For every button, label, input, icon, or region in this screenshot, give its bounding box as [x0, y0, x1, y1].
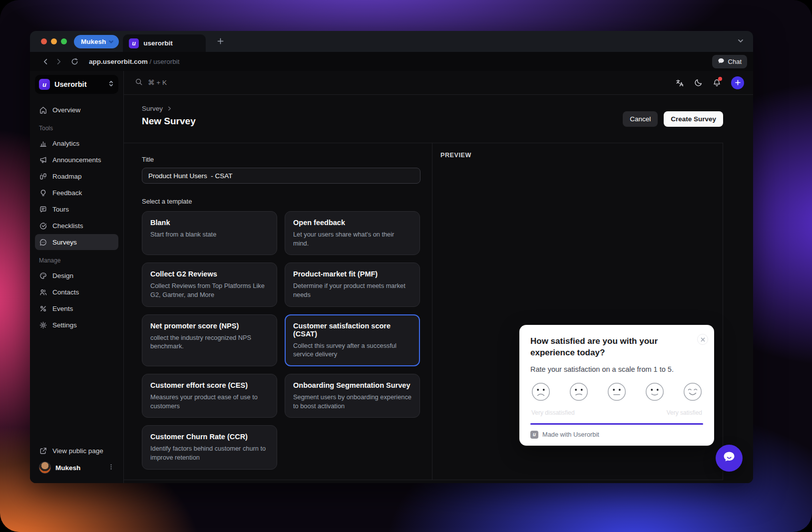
sidebar-item-roadmap[interactable]: Roadmap: [35, 168, 118, 184]
user-account-row[interactable]: Mukesh: [35, 459, 118, 476]
template-card-onboarding-segmentation[interactable]: Onboarding Segmentation Survey Segment u…: [285, 374, 420, 418]
address-url[interactable]: app.userorbit.com / userorbit: [89, 58, 180, 65]
sidebar-item-label: Feedback: [52, 189, 82, 197]
template-card-pmf[interactable]: Product-market fit (PMF) Determine if yo…: [285, 263, 420, 306]
rating-face-very-satisfied[interactable]: [683, 382, 702, 401]
title-label: Title: [142, 156, 420, 163]
made-with-label: Made with Userorbit: [542, 431, 599, 438]
new-tab-button[interactable]: [217, 37, 224, 47]
template-card-csat-selected[interactable]: Customer satisfaction score (CSAT) Colle…: [285, 314, 420, 366]
template-card-ccr[interactable]: Customer Churn Rate (CCR) Identify facto…: [142, 425, 277, 469]
template-desc: Segment users by onboarding experience t…: [293, 393, 411, 410]
sidebar-item-label: Events: [52, 305, 73, 312]
browser-tab-userorbit[interactable]: u userorbit: [123, 34, 206, 52]
made-with-userorbit[interactable]: u Made with Userorbit: [530, 431, 703, 439]
sidebar-item-label: Tours: [52, 206, 69, 213]
template-name: Onboarding Segmentation Survey: [293, 381, 411, 389]
global-search[interactable]: [135, 78, 665, 88]
notification-badge: [718, 77, 722, 81]
template-card-open-feedback[interactable]: Open feedback Let your users share what'…: [285, 211, 420, 255]
breadcrumb[interactable]: Survey: [142, 105, 196, 112]
tab-favicon: u: [129, 38, 139, 48]
zoom-window-button[interactable]: [61, 38, 67, 44]
sidebar-section-tools: Tools: [39, 125, 118, 132]
chat-button-label: Chat: [728, 58, 742, 65]
rating-face-neutral[interactable]: [607, 382, 626, 401]
translate-icon[interactable]: [675, 78, 684, 87]
survey-progress-bar: [530, 423, 703, 425]
template-card-g2-reviews[interactable]: Collect G2 Reviews Collect Reviews from …: [142, 263, 277, 306]
sidebar-item-settings[interactable]: Settings: [35, 317, 118, 333]
close-icon[interactable]: [697, 334, 708, 345]
tab-overflow-chevron-icon[interactable]: [737, 37, 744, 46]
rating-face-satisfied[interactable]: [645, 382, 664, 401]
userorbit-app: u Userorbit Overview Tools: [30, 71, 753, 483]
kanban-icon: [39, 172, 47, 181]
survey-subtitle: Rate your satisfaction on a scale from 1…: [530, 365, 703, 373]
chat-smile-icon: [722, 450, 737, 467]
notifications-bell-icon[interactable]: [713, 78, 721, 87]
sidebar: u Userorbit Overview Tools: [30, 71, 124, 483]
support-chat-fab[interactable]: [716, 445, 743, 472]
sidebar-item-tours[interactable]: Tours: [35, 201, 118, 217]
survey-preview-widget: How satisfied are you with your experien…: [519, 325, 714, 446]
view-public-page-label: View public page: [52, 447, 103, 455]
rating-face-dissatisfied[interactable]: [569, 382, 588, 401]
sidebar-item-checklists[interactable]: Checklists: [35, 218, 118, 234]
survey-title-input[interactable]: [142, 168, 420, 184]
sidebar-item-label: Contacts: [52, 288, 79, 296]
sidebar-item-label: Roadmap: [52, 173, 82, 180]
template-card-nps[interactable]: Net promoter score (NPS) collect the ind…: [142, 314, 277, 366]
close-window-button[interactable]: [41, 38, 47, 44]
template-name: Net promoter score (NPS): [150, 322, 269, 330]
create-new-button[interactable]: [731, 76, 744, 89]
profile-name: Mukesh: [81, 38, 106, 45]
sidebar-item-label: Settings: [52, 321, 77, 329]
sidebar-item-contacts[interactable]: Contacts: [35, 284, 118, 300]
browser-profile-button[interactable]: Mukesh: [74, 35, 119, 48]
template-desc: Collect Reviews from Top Platforms Like …: [150, 281, 269, 299]
palette-icon: [39, 271, 47, 280]
workspace-switcher[interactable]: u Userorbit: [35, 75, 118, 94]
search-input[interactable]: [148, 79, 298, 86]
sidebar-item-design[interactable]: Design: [35, 267, 118, 283]
create-survey-button[interactable]: Create Survey: [664, 111, 723, 127]
sidebar-item-overview[interactable]: Overview: [35, 102, 118, 118]
back-button[interactable]: [39, 58, 52, 65]
template-desc: collect the industry recognized NPS benc…: [150, 333, 269, 351]
external-link-icon: [39, 447, 47, 455]
minimize-window-button[interactable]: [51, 38, 57, 44]
sidebar-item-feedback[interactable]: Feedback: [35, 185, 118, 201]
sidebar-item-surveys[interactable]: Surveys: [35, 234, 118, 250]
reload-button[interactable]: [68, 58, 81, 65]
dark-mode-moon-icon[interactable]: [694, 78, 703, 87]
rating-face-very-dissatisfied[interactable]: [531, 382, 550, 401]
template-desc: Identify factors behind customer churn t…: [150, 444, 269, 462]
sidebar-item-announcements[interactable]: Announcements: [35, 152, 118, 168]
chevron-up-down-icon: [108, 80, 114, 89]
sidebar-section-manage: Manage: [39, 257, 118, 264]
sidebar-item-analytics[interactable]: Analytics: [35, 135, 118, 151]
template-card-blank[interactable]: Blank Start from a blank state: [142, 211, 277, 255]
forward-button[interactable]: [52, 58, 65, 65]
sidebar-item-events[interactable]: Events: [35, 300, 118, 316]
userorbit-logo: u: [39, 79, 50, 90]
survey-form: Title Select a template Blank Start from…: [124, 143, 432, 480]
check-circle-icon: [39, 222, 47, 230]
cancel-button[interactable]: Cancel: [623, 111, 658, 127]
view-public-page-link[interactable]: View public page: [35, 443, 118, 459]
browser-url-bar: app.userorbit.com / userorbit Chat: [30, 52, 753, 71]
template-card-ces[interactable]: Customer effort score (CES) Measures you…: [142, 374, 277, 418]
template-desc: Collect this survey after a successful s…: [293, 341, 411, 359]
sidebar-item-label: Checklists: [52, 222, 83, 230]
message-dots-icon: [39, 238, 47, 247]
sidebar-item-label: Analytics: [52, 140, 79, 147]
kebab-menu-icon[interactable]: [108, 463, 114, 472]
events-icon: [39, 304, 47, 313]
template-desc: Start from a blank state: [150, 230, 269, 239]
browser-chat-button[interactable]: Chat: [712, 55, 747, 68]
scale-min-label: Very dissatisfied: [531, 409, 575, 416]
url-path: userorbit: [153, 58, 180, 65]
breadcrumb-survey[interactable]: Survey: [142, 105, 163, 112]
search-icon: [135, 78, 143, 88]
